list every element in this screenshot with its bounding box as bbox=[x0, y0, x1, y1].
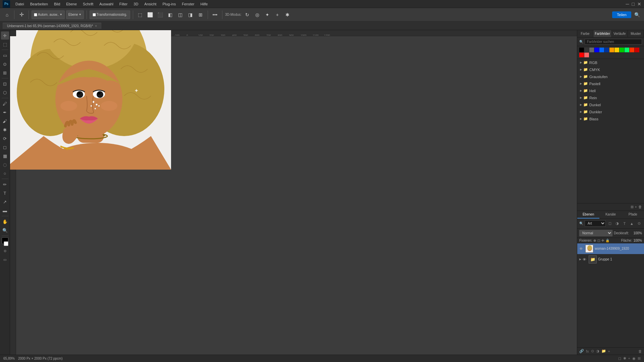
share-button[interactable]: Teilen bbox=[612, 11, 631, 18]
swatch-blue2[interactable] bbox=[599, 48, 604, 52]
tab-pfade[interactable]: Pfade bbox=[622, 211, 644, 219]
align-middle-btn[interactable]: ◫ bbox=[176, 10, 185, 19]
delete-swatch-btn[interactable]: 🗑 bbox=[638, 205, 642, 209]
type-tool[interactable]: T bbox=[1, 189, 9, 197]
transform-checkbox[interactable] bbox=[93, 13, 96, 16]
transform-btn[interactable]: Transformationsstrg. bbox=[90, 10, 130, 19]
menu-bild[interactable]: Bild bbox=[51, 1, 63, 7]
layer-fx-btn[interactable]: fx bbox=[586, 349, 589, 353]
layer-adjust-icon[interactable]: ◑ bbox=[614, 220, 621, 227]
rotate-3d-btn[interactable]: ↻ bbox=[243, 10, 252, 19]
swatch-pink[interactable] bbox=[584, 53, 589, 57]
eyedropper-tool[interactable]: 🖊 bbox=[1, 100, 9, 108]
frame-tool[interactable]: ⬡ bbox=[1, 88, 9, 97]
menu-auswahl[interactable]: Auswahl bbox=[97, 1, 116, 7]
swatch-red2[interactable] bbox=[635, 48, 639, 52]
zoom-tool[interactable]: 🔍 bbox=[1, 226, 9, 234]
tab-kanaele[interactable]: Kanäle bbox=[599, 211, 622, 219]
extra-btn[interactable]: ✱ bbox=[283, 10, 292, 19]
new-layer-btn[interactable]: + bbox=[608, 349, 610, 353]
group-cmyk[interactable]: ▶ 📁 CMYK bbox=[577, 66, 644, 73]
menu-bearbeiten[interactable]: Bearbeiten bbox=[28, 1, 51, 7]
layer-shape-icon[interactable]: ▲ bbox=[629, 220, 635, 227]
swatch-red3[interactable] bbox=[579, 53, 584, 57]
ebene-dropdown[interactable]: Ebene ▼ bbox=[66, 10, 84, 19]
align-left-btn[interactable]: ◧ bbox=[166, 10, 175, 19]
orbit-btn[interactable]: ◎ bbox=[253, 10, 262, 19]
search-btn[interactable]: 🔍 bbox=[633, 10, 641, 19]
object-select-tool[interactable]: ⊞ bbox=[1, 69, 9, 77]
layer-mask-btn[interactable]: ⊙ bbox=[591, 349, 594, 353]
screen-mode-btn[interactable]: ▭ bbox=[1, 255, 9, 263]
marquee-tool[interactable]: ▭ bbox=[1, 51, 9, 59]
close-btn[interactable]: ✕ bbox=[637, 1, 641, 7]
swatch-red1[interactable] bbox=[630, 48, 634, 52]
statusbar-icon3[interactable]: + bbox=[628, 356, 630, 361]
delete-layer-btn[interactable]: 🗑 bbox=[638, 349, 642, 353]
swatch-darkgray[interactable] bbox=[584, 48, 589, 52]
menu-3d[interactable]: 3D bbox=[131, 1, 141, 7]
layer-visibility-eye[interactable]: 👁 bbox=[579, 247, 584, 251]
layer-type-icon[interactable]: T bbox=[622, 220, 628, 227]
history-brush-tool[interactable]: ⟳ bbox=[1, 134, 9, 142]
brush-tool[interactable]: 🖌 bbox=[1, 117, 9, 125]
tab-ebenen[interactable]: Ebenen bbox=[577, 211, 599, 219]
tab-verlaeufe[interactable]: Verläufe bbox=[612, 30, 628, 37]
eraser-tool[interactable]: ◻ bbox=[1, 143, 9, 151]
group-hell[interactable]: ▶ 📁 Hell bbox=[577, 87, 644, 94]
layer-pixel-icon[interactable]: ◻ bbox=[607, 220, 613, 227]
group-rein[interactable]: ▶ 📁 Rein bbox=[577, 94, 644, 101]
align-right-btn[interactable]: ◨ bbox=[186, 10, 195, 19]
statusbar-icon2[interactable]: ✱ bbox=[623, 356, 626, 361]
zoom-3d-btn[interactable]: + bbox=[273, 10, 282, 19]
minimize-btn[interactable]: ─ bbox=[626, 1, 629, 7]
layer-expand-icon[interactable]: ▶ bbox=[579, 258, 581, 261]
swatch-green2[interactable] bbox=[625, 48, 629, 52]
color-search-input[interactable] bbox=[585, 39, 642, 45]
hand-tool[interactable]: ✋ bbox=[1, 218, 9, 226]
swatch-yellow[interactable] bbox=[614, 48, 619, 52]
group-dunkler[interactable]: ▶ 📁 Dunkler bbox=[577, 108, 644, 115]
pen-tool[interactable]: ✏ bbox=[1, 180, 9, 188]
swatch-darkblue[interactable] bbox=[604, 48, 609, 52]
tab-farbe[interactable]: Farbe bbox=[577, 30, 593, 37]
crop-tool[interactable]: ⊡ bbox=[1, 80, 9, 88]
pan-btn[interactable]: ✦ bbox=[263, 10, 272, 19]
group-pastell[interactable]: ▶ 📁 Pastell bbox=[577, 80, 644, 87]
gradient-tool[interactable]: ▦ bbox=[1, 152, 9, 160]
new-swatch-btn[interactable]: + bbox=[635, 205, 637, 209]
swatch-orange[interactable] bbox=[609, 48, 614, 52]
align-top-btn[interactable]: ⬚ bbox=[136, 10, 145, 19]
group-blass[interactable]: ▶ 📁 Blass bbox=[577, 115, 644, 122]
layer-group-btn[interactable]: 📁 bbox=[601, 349, 606, 353]
new-folder-btn[interactable]: ⊞ bbox=[631, 205, 634, 209]
menu-fenster[interactable]: Fenster bbox=[179, 1, 197, 7]
autom-dropdown[interactable]: Autom. ausw.. ▼ bbox=[32, 10, 65, 19]
move-tool-btn[interactable]: ✛ bbox=[17, 10, 26, 19]
swatch-green1[interactable] bbox=[620, 48, 624, 52]
layers-kind-filter[interactable]: Art bbox=[585, 220, 606, 227]
spot-healing-tool[interactable]: ✒ bbox=[1, 108, 9, 116]
swatch-gray[interactable] bbox=[589, 48, 594, 52]
lasso-tool[interactable]: ⊙ bbox=[1, 60, 9, 68]
tab-close-btn[interactable]: × bbox=[95, 24, 97, 28]
layer-smartobj-icon[interactable]: ⊙ bbox=[636, 220, 642, 227]
statusbar-icon1[interactable]: ◻ bbox=[618, 356, 621, 361]
swatch-blue1[interactable] bbox=[594, 48, 599, 52]
menu-ebene[interactable]: Ebene bbox=[63, 1, 79, 7]
stamp-tool[interactable]: ✱ bbox=[1, 126, 9, 134]
swatch-black[interactable] bbox=[579, 48, 584, 52]
menu-datei[interactable]: Datei bbox=[13, 1, 27, 7]
menu-filter[interactable]: Filter bbox=[117, 1, 130, 7]
quick-mask-btn[interactable]: ⊙ bbox=[1, 247, 9, 255]
align-bottom-btn[interactable]: ⬛ bbox=[156, 10, 165, 19]
canvas-image[interactable]: ✦ bbox=[10, 30, 171, 170]
group-dunkel[interactable]: ▶ 📁 Dunkel bbox=[577, 101, 644, 108]
shape-tool[interactable]: ▬ bbox=[1, 206, 9, 215]
layer-visibility-eye[interactable]: 👁 bbox=[583, 257, 587, 261]
maximize-btn[interactable]: □ bbox=[632, 1, 635, 7]
layer-item-woman[interactable]: 👁 woman-1439909_1920 bbox=[577, 243, 644, 254]
menu-hilfe[interactable]: Hilfe bbox=[198, 1, 210, 7]
fix-pixel-icon[interactable]: ◻ bbox=[597, 239, 600, 242]
layer-adjust-btn[interactable]: ◑ bbox=[596, 349, 599, 353]
